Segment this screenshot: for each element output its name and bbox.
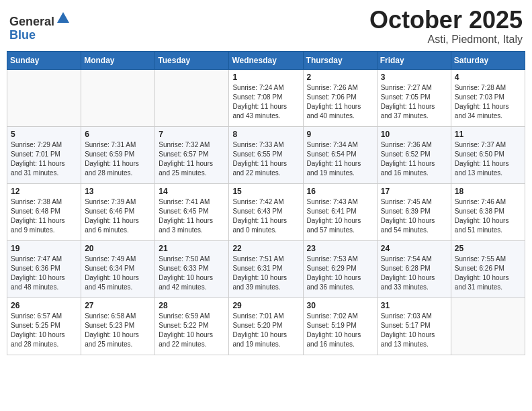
day-info: Sunrise: 7:31 AM Sunset: 6:59 PM Dayligh… (85, 140, 151, 178)
logo-blue-text: Blue (9, 28, 36, 42)
day-number: 2 (307, 73, 373, 82)
day-info: Sunrise: 7:02 AM Sunset: 5:19 PM Dayligh… (307, 312, 373, 349)
day-info: Sunrise: 7:24 AM Sunset: 7:08 PM Dayligh… (232, 83, 299, 121)
calendar-table: SundayMondayTuesdayWednesdayThursdayFrid… (7, 51, 525, 355)
day-info: Sunrise: 7:55 AM Sunset: 6:26 PM Dayligh… (455, 255, 521, 292)
calendar-header-row: SundayMondayTuesdayWednesdayThursdayFrid… (7, 51, 525, 69)
day-info: Sunrise: 7:32 AM Sunset: 6:57 PM Dayligh… (159, 140, 225, 178)
calendar-cell: 5Sunrise: 7:29 AM Sunset: 7:01 PM Daylig… (7, 126, 81, 183)
calendar-cell: 3Sunrise: 7:27 AM Sunset: 7:05 PM Daylig… (377, 69, 451, 126)
calendar-cell: 19Sunrise: 7:47 AM Sunset: 6:36 PM Dayli… (7, 240, 81, 298)
day-number: 20 (85, 244, 151, 253)
day-info: Sunrise: 7:47 AM Sunset: 6:36 PM Dayligh… (11, 255, 77, 292)
calendar-cell: 17Sunrise: 7:45 AM Sunset: 6:39 PM Dayli… (377, 183, 451, 240)
day-number: 17 (381, 187, 447, 196)
day-number: 30 (307, 301, 373, 310)
calendar-cell: 4Sunrise: 7:28 AM Sunset: 7:03 PM Daylig… (451, 69, 525, 126)
calendar-week-row: 26Sunrise: 6:57 AM Sunset: 5:25 PM Dayli… (7, 298, 525, 355)
day-number: 10 (381, 130, 447, 139)
logo-icon (56, 11, 71, 26)
col-header-sunday: Sunday (7, 51, 81, 69)
col-header-wednesday: Wednesday (229, 51, 303, 69)
day-number: 9 (307, 130, 373, 139)
day-info: Sunrise: 7:29 AM Sunset: 7:01 PM Dayligh… (11, 140, 77, 178)
day-info: Sunrise: 6:59 AM Sunset: 5:22 PM Dayligh… (159, 312, 225, 349)
day-number: 19 (11, 244, 77, 253)
calendar-cell: 9Sunrise: 7:34 AM Sunset: 6:54 PM Daylig… (303, 126, 377, 183)
day-info: Sunrise: 7:46 AM Sunset: 6:38 PM Dayligh… (455, 197, 521, 235)
title-block: October 2025 Asti, Piedmont, Italy (369, 7, 523, 46)
calendar-cell: 18Sunrise: 7:46 AM Sunset: 6:38 PM Dayli… (451, 183, 525, 240)
col-header-tuesday: Tuesday (155, 51, 229, 69)
svg-marker-0 (57, 12, 69, 23)
calendar-week-row: 12Sunrise: 7:38 AM Sunset: 6:48 PM Dayli… (7, 183, 525, 240)
day-number: 26 (11, 301, 77, 310)
calendar-cell (81, 69, 155, 126)
day-number: 21 (159, 244, 225, 253)
calendar-cell: 28Sunrise: 6:59 AM Sunset: 5:22 PM Dayli… (155, 298, 229, 355)
day-info: Sunrise: 7:34 AM Sunset: 6:54 PM Dayligh… (307, 140, 373, 178)
day-number: 23 (307, 244, 373, 253)
day-info: Sunrise: 7:33 AM Sunset: 6:55 PM Dayligh… (232, 140, 299, 178)
calendar-cell: 31Sunrise: 7:03 AM Sunset: 5:17 PM Dayli… (377, 298, 451, 355)
day-number: 24 (381, 244, 447, 253)
day-number: 25 (455, 244, 521, 253)
calendar-cell: 14Sunrise: 7:41 AM Sunset: 6:45 PM Dayli… (155, 183, 229, 240)
calendar-cell: 11Sunrise: 7:37 AM Sunset: 6:50 PM Dayli… (451, 126, 525, 183)
day-number: 18 (455, 187, 521, 196)
day-number: 13 (85, 187, 151, 196)
day-info: Sunrise: 7:38 AM Sunset: 6:48 PM Dayligh… (11, 197, 77, 235)
day-info: Sunrise: 7:43 AM Sunset: 6:41 PM Dayligh… (307, 197, 373, 235)
day-number: 15 (232, 187, 299, 196)
calendar-cell: 30Sunrise: 7:02 AM Sunset: 5:19 PM Dayli… (303, 298, 377, 355)
calendar-cell: 7Sunrise: 7:32 AM Sunset: 6:57 PM Daylig… (155, 126, 229, 183)
calendar-cell: 10Sunrise: 7:36 AM Sunset: 6:52 PM Dayli… (377, 126, 451, 183)
day-info: Sunrise: 7:01 AM Sunset: 5:20 PM Dayligh… (232, 312, 299, 349)
day-info: Sunrise: 7:42 AM Sunset: 6:43 PM Dayligh… (232, 197, 299, 235)
calendar-cell: 26Sunrise: 6:57 AM Sunset: 5:25 PM Dayli… (7, 298, 81, 355)
day-number: 12 (11, 187, 77, 196)
calendar-week-row: 5Sunrise: 7:29 AM Sunset: 7:01 PM Daylig… (7, 126, 525, 183)
calendar-cell: 15Sunrise: 7:42 AM Sunset: 6:43 PM Dayli… (229, 183, 303, 240)
page-header: General Blue October 2025 Asti, Piedmont… (7, 7, 525, 46)
calendar-week-row: 1Sunrise: 7:24 AM Sunset: 7:08 PM Daylig… (7, 69, 525, 126)
calendar-cell: 22Sunrise: 7:51 AM Sunset: 6:31 PM Dayli… (229, 240, 303, 298)
day-info: Sunrise: 7:03 AM Sunset: 5:17 PM Dayligh… (381, 312, 447, 349)
day-info: Sunrise: 7:36 AM Sunset: 6:52 PM Dayligh… (381, 140, 447, 178)
location: Asti, Piedmont, Italy (369, 34, 523, 46)
col-header-friday: Friday (377, 51, 451, 69)
day-info: Sunrise: 7:51 AM Sunset: 6:31 PM Dayligh… (232, 255, 299, 292)
calendar-cell: 25Sunrise: 7:55 AM Sunset: 6:26 PM Dayli… (451, 240, 525, 298)
calendar-cell (451, 298, 525, 355)
day-number: 16 (307, 187, 373, 196)
calendar-cell: 21Sunrise: 7:50 AM Sunset: 6:33 PM Dayli… (155, 240, 229, 298)
day-number: 28 (159, 301, 225, 310)
day-info: Sunrise: 6:58 AM Sunset: 5:23 PM Dayligh… (85, 312, 151, 349)
day-info: Sunrise: 6:57 AM Sunset: 5:25 PM Dayligh… (11, 312, 77, 349)
day-info: Sunrise: 7:39 AM Sunset: 6:46 PM Dayligh… (85, 197, 151, 235)
day-info: Sunrise: 7:45 AM Sunset: 6:39 PM Dayligh… (381, 197, 447, 235)
logo-general-text: General (9, 15, 54, 28)
calendar-cell (7, 69, 81, 126)
calendar-cell: 16Sunrise: 7:43 AM Sunset: 6:41 PM Dayli… (303, 183, 377, 240)
day-info: Sunrise: 7:41 AM Sunset: 6:45 PM Dayligh… (159, 197, 225, 235)
day-info: Sunrise: 7:37 AM Sunset: 6:50 PM Dayligh… (455, 140, 521, 178)
day-info: Sunrise: 7:50 AM Sunset: 6:33 PM Dayligh… (159, 255, 225, 292)
calendar-cell: 20Sunrise: 7:49 AM Sunset: 6:34 PM Dayli… (81, 240, 155, 298)
day-number: 29 (232, 301, 299, 310)
day-info: Sunrise: 7:53 AM Sunset: 6:29 PM Dayligh… (307, 255, 373, 292)
day-info: Sunrise: 7:26 AM Sunset: 7:06 PM Dayligh… (307, 83, 373, 121)
day-number: 6 (85, 130, 151, 139)
day-number: 22 (232, 244, 299, 253)
day-number: 7 (159, 130, 225, 139)
calendar-cell: 29Sunrise: 7:01 AM Sunset: 5:20 PM Dayli… (229, 298, 303, 355)
calendar-cell: 12Sunrise: 7:38 AM Sunset: 6:48 PM Dayli… (7, 183, 81, 240)
day-number: 5 (11, 130, 77, 139)
day-number: 27 (85, 301, 151, 310)
day-number: 3 (381, 73, 447, 82)
calendar-cell: 13Sunrise: 7:39 AM Sunset: 6:46 PM Dayli… (81, 183, 155, 240)
day-number: 31 (381, 301, 447, 310)
calendar-cell: 27Sunrise: 6:58 AM Sunset: 5:23 PM Dayli… (81, 298, 155, 355)
col-header-thursday: Thursday (303, 51, 377, 69)
day-info: Sunrise: 7:49 AM Sunset: 6:34 PM Dayligh… (85, 255, 151, 292)
